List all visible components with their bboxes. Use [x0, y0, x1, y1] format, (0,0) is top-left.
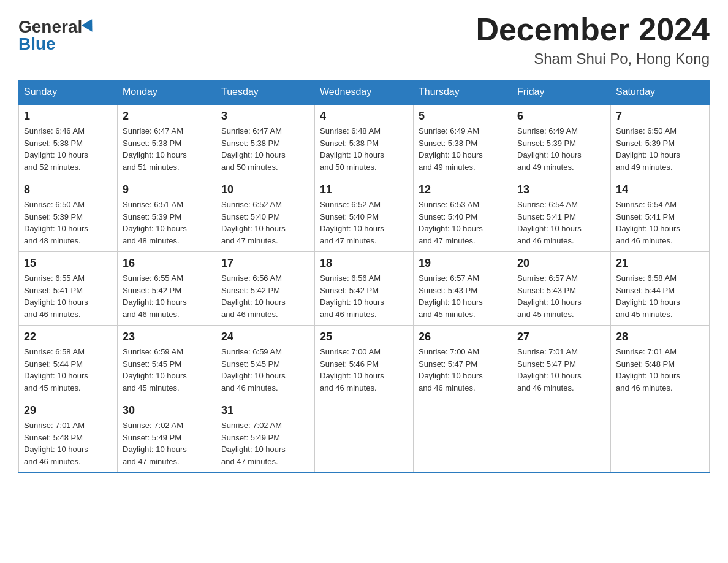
calendar-cell: 10Sunrise: 6:52 AMSunset: 5:40 PMDayligh… — [216, 178, 315, 252]
day-number: 7 — [616, 110, 704, 123]
day-number: 15 — [24, 257, 112, 270]
day-number: 3 — [221, 110, 309, 123]
calendar-header-row: SundayMondayTuesdayWednesdayThursdayFrid… — [19, 80, 710, 105]
day-info: Sunrise: 6:53 AMSunset: 5:40 PMDaylight:… — [419, 199, 507, 247]
logo-triangle-icon — [82, 19, 97, 35]
calendar-cell: 3Sunrise: 6:47 AMSunset: 5:38 PMDaylight… — [216, 104, 315, 178]
day-info: Sunrise: 6:52 AMSunset: 5:40 PMDaylight:… — [221, 199, 309, 247]
calendar-cell: 18Sunrise: 6:56 AMSunset: 5:42 PMDayligh… — [315, 252, 414, 326]
day-number: 18 — [320, 257, 408, 270]
day-info: Sunrise: 6:57 AMSunset: 5:43 PMDaylight:… — [517, 272, 605, 320]
day-info: Sunrise: 6:50 AMSunset: 5:39 PMDaylight:… — [24, 199, 112, 247]
calendar-cell: 1Sunrise: 6:46 AMSunset: 5:38 PMDaylight… — [19, 104, 118, 178]
calendar-cell: 15Sunrise: 6:55 AMSunset: 5:41 PMDayligh… — [19, 252, 118, 326]
calendar-cell: 12Sunrise: 6:53 AMSunset: 5:40 PMDayligh… — [414, 178, 512, 252]
day-number: 29 — [24, 404, 112, 417]
calendar-cell — [414, 399, 512, 473]
day-info: Sunrise: 6:48 AMSunset: 5:38 PMDaylight:… — [320, 125, 408, 173]
logo-blue-text: Blue — [18, 36, 96, 53]
header-wednesday: Wednesday — [315, 80, 414, 105]
calendar-cell: 27Sunrise: 7:01 AMSunset: 5:47 PMDayligh… — [512, 326, 611, 399]
day-number: 22 — [24, 331, 112, 343]
day-info: Sunrise: 6:51 AMSunset: 5:39 PMDaylight:… — [123, 199, 211, 247]
calendar-cell: 31Sunrise: 7:02 AMSunset: 5:49 PMDayligh… — [216, 399, 315, 473]
calendar-cell: 19Sunrise: 6:57 AMSunset: 5:43 PMDayligh… — [414, 252, 512, 326]
day-info: Sunrise: 6:54 AMSunset: 5:41 PMDaylight:… — [616, 199, 704, 247]
day-info: Sunrise: 7:02 AMSunset: 5:49 PMDaylight:… — [221, 419, 309, 467]
calendar-cell: 30Sunrise: 7:02 AMSunset: 5:49 PMDayligh… — [118, 399, 216, 473]
week-row-5: 29Sunrise: 7:01 AMSunset: 5:48 PMDayligh… — [19, 399, 710, 473]
day-number: 13 — [517, 183, 605, 196]
day-number: 21 — [616, 257, 704, 270]
day-info: Sunrise: 6:50 AMSunset: 5:39 PMDaylight:… — [616, 125, 704, 173]
day-number: 19 — [419, 257, 507, 270]
calendar-cell: 7Sunrise: 6:50 AMSunset: 5:39 PMDaylight… — [611, 104, 710, 178]
calendar-cell: 22Sunrise: 6:58 AMSunset: 5:44 PMDayligh… — [19, 326, 118, 399]
day-number: 12 — [419, 183, 507, 196]
day-number: 9 — [123, 183, 211, 196]
day-info: Sunrise: 7:00 AMSunset: 5:47 PMDaylight:… — [419, 346, 507, 394]
day-number: 17 — [221, 257, 309, 270]
calendar-cell: 8Sunrise: 6:50 AMSunset: 5:39 PMDaylight… — [19, 178, 118, 252]
day-info: Sunrise: 6:55 AMSunset: 5:42 PMDaylight:… — [123, 272, 211, 320]
logo: General Blue — [18, 18, 96, 53]
day-info: Sunrise: 6:57 AMSunset: 5:43 PMDaylight:… — [419, 272, 507, 320]
week-row-4: 22Sunrise: 6:58 AMSunset: 5:44 PMDayligh… — [19, 326, 710, 399]
calendar-cell: 11Sunrise: 6:52 AMSunset: 5:40 PMDayligh… — [315, 178, 414, 252]
day-info: Sunrise: 6:47 AMSunset: 5:38 PMDaylight:… — [221, 125, 309, 173]
header-saturday: Saturday — [611, 80, 710, 105]
header-friday: Friday — [512, 80, 611, 105]
day-number: 30 — [123, 404, 211, 417]
header-tuesday: Tuesday — [216, 80, 315, 105]
day-info: Sunrise: 6:59 AMSunset: 5:45 PMDaylight:… — [221, 346, 309, 394]
calendar-cell: 25Sunrise: 7:00 AMSunset: 5:46 PMDayligh… — [315, 326, 414, 399]
day-info: Sunrise: 6:49 AMSunset: 5:38 PMDaylight:… — [419, 125, 507, 173]
day-info: Sunrise: 6:47 AMSunset: 5:38 PMDaylight:… — [123, 125, 211, 173]
day-number: 4 — [320, 110, 408, 123]
day-info: Sunrise: 7:01 AMSunset: 5:48 PMDaylight:… — [24, 419, 112, 467]
day-number: 23 — [123, 331, 211, 343]
day-number: 6 — [517, 110, 605, 123]
header-sunday: Sunday — [19, 80, 118, 105]
calendar-cell: 23Sunrise: 6:59 AMSunset: 5:45 PMDayligh… — [118, 326, 216, 399]
day-info: Sunrise: 6:52 AMSunset: 5:40 PMDaylight:… — [320, 199, 408, 247]
month-title: December 2024 — [476, 12, 710, 47]
day-number: 2 — [123, 110, 211, 123]
week-row-2: 8Sunrise: 6:50 AMSunset: 5:39 PMDaylight… — [19, 178, 710, 252]
day-info: Sunrise: 6:58 AMSunset: 5:44 PMDaylight:… — [24, 346, 112, 394]
day-number: 10 — [221, 183, 309, 196]
week-row-1: 1Sunrise: 6:46 AMSunset: 5:38 PMDaylight… — [19, 104, 710, 178]
calendar-cell: 24Sunrise: 6:59 AMSunset: 5:45 PMDayligh… — [216, 326, 315, 399]
day-number: 1 — [24, 110, 112, 123]
day-info: Sunrise: 6:55 AMSunset: 5:41 PMDaylight:… — [24, 272, 112, 320]
day-info: Sunrise: 7:02 AMSunset: 5:49 PMDaylight:… — [123, 419, 211, 467]
title-area: December 2024 Sham Shui Po, Hong Kong — [476, 12, 710, 67]
calendar-cell: 20Sunrise: 6:57 AMSunset: 5:43 PMDayligh… — [512, 252, 611, 326]
day-number: 26 — [419, 331, 507, 343]
day-number: 31 — [221, 404, 309, 417]
calendar-cell: 4Sunrise: 6:48 AMSunset: 5:38 PMDaylight… — [315, 104, 414, 178]
day-info: Sunrise: 7:00 AMSunset: 5:46 PMDaylight:… — [320, 346, 408, 394]
day-number: 14 — [616, 183, 704, 196]
calendar-cell: 2Sunrise: 6:47 AMSunset: 5:38 PMDaylight… — [118, 104, 216, 178]
week-row-3: 15Sunrise: 6:55 AMSunset: 5:41 PMDayligh… — [19, 252, 710, 326]
day-number: 27 — [517, 331, 605, 343]
day-number: 24 — [221, 331, 309, 343]
calendar-cell: 26Sunrise: 7:00 AMSunset: 5:47 PMDayligh… — [414, 326, 512, 399]
calendar-cell: 21Sunrise: 6:58 AMSunset: 5:44 PMDayligh… — [611, 252, 710, 326]
header-thursday: Thursday — [414, 80, 512, 105]
calendar-cell — [611, 399, 710, 473]
calendar-cell: 14Sunrise: 6:54 AMSunset: 5:41 PMDayligh… — [611, 178, 710, 252]
header: General Blue December 2024 Sham Shui Po,… — [18, 12, 710, 67]
calendar-cell: 9Sunrise: 6:51 AMSunset: 5:39 PMDaylight… — [118, 178, 216, 252]
calendar-cell: 6Sunrise: 6:49 AMSunset: 5:39 PMDaylight… — [512, 104, 611, 178]
day-info: Sunrise: 6:49 AMSunset: 5:39 PMDaylight:… — [517, 125, 605, 173]
calendar-cell: 5Sunrise: 6:49 AMSunset: 5:38 PMDaylight… — [414, 104, 512, 178]
day-info: Sunrise: 6:54 AMSunset: 5:41 PMDaylight:… — [517, 199, 605, 247]
day-info: Sunrise: 6:46 AMSunset: 5:38 PMDaylight:… — [24, 125, 112, 173]
day-info: Sunrise: 6:56 AMSunset: 5:42 PMDaylight:… — [221, 272, 309, 320]
day-number: 11 — [320, 183, 408, 196]
header-monday: Monday — [118, 80, 216, 105]
calendar-table: SundayMondayTuesdayWednesdayThursdayFrid… — [18, 80, 710, 473]
day-number: 25 — [320, 331, 408, 343]
